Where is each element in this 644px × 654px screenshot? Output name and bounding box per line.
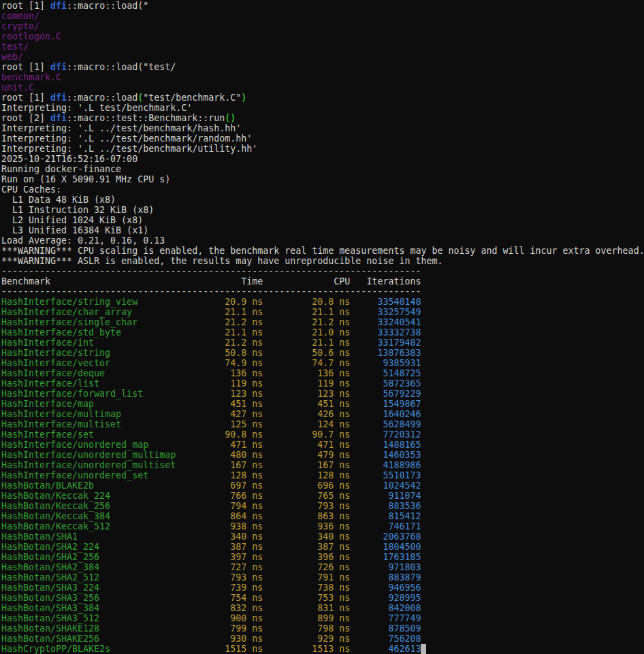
text-segment: "test/benchmark.C" <box>143 93 241 103</box>
text-segment: L2 Unified 1024 KiB (x8) <box>1 215 143 225</box>
cpu-cell: 387 ns <box>263 542 350 552</box>
cpu-cell: 738 ns <box>263 583 350 593</box>
cpu-cell: 128 ns <box>263 470 350 480</box>
benchmark-row: HashInterface/single_char 21.2 ns 21.2 n… <box>1 317 644 327</box>
text-segment: Interpreting: '.L ../test/benchmark/util… <box>1 144 257 154</box>
warning-line: ***WARNING*** CPU scaling is enabled, th… <box>1 246 644 256</box>
benchmark-row: HashInterface/vector 74.9 ns 74.7 ns 938… <box>1 358 644 368</box>
text-segment: dfi <box>50 93 67 103</box>
cpu-cell: 793 ns <box>263 501 350 511</box>
benchmark-name: HashBotan/SHAKE256 <box>1 634 187 644</box>
text-segment: root [1] <box>1 93 50 103</box>
time-cell: 754 ns <box>187 593 263 603</box>
benchmark-row: HashBotan/Keccak_384 864 ns 863 ns 81541… <box>1 511 644 521</box>
benchmark-row: HashBotan/SHA1 340 ns 340 ns 2063768 <box>1 532 644 542</box>
cpu-cell: 21.1 ns <box>263 338 350 348</box>
iterations-cell: 1549867 <box>350 399 421 409</box>
text-segment: test/ <box>1 42 29 52</box>
benchmark-name: HashInterface/unordered_map <box>1 440 187 450</box>
text-segment: Interpreting: '.L test/benchmark.C' <box>1 103 192 113</box>
benchmark-name: HashInterface/set <box>1 429 187 440</box>
text-segment: L3 Unified 16384 KiB (x1) <box>1 225 148 235</box>
iterations-cell: 33240541 <box>350 317 421 327</box>
iterations-cell: 1640246 <box>350 409 421 419</box>
iterations-cell: 746171 <box>350 521 421 532</box>
text-segment: root [2] <box>1 113 50 123</box>
cpu-cell: 21.0 ns <box>263 327 350 338</box>
iterations-cell: 7720312 <box>350 429 421 440</box>
benchmark-name: HashBotan/SHA1 <box>1 532 187 542</box>
output-line: Interpreting: '.L ../test/benchmark/hash… <box>1 123 644 133</box>
benchmark-name: HashBotan/Keccak_224 <box>1 491 187 501</box>
benchmark-row: HashBotan/SHA2_224 387 ns 387 ns 1804500 <box>1 542 644 552</box>
text-segment: web/ <box>1 52 23 62</box>
benchmark-name: HashBotan/SHA3_512 <box>1 613 187 623</box>
iterations-cell: 1763185 <box>350 552 421 562</box>
iterations-cell: 9385931 <box>350 358 421 368</box>
benchmark-row: HashInterface/forward_list 123 ns 123 ns… <box>1 389 644 399</box>
time-cell: 471 ns <box>187 440 263 450</box>
cpu-cell: 136 ns <box>263 368 350 378</box>
time-cell: 766 ns <box>187 491 263 501</box>
iterations-cell: 1804500 <box>350 542 421 552</box>
cpu-cell: 863 ns <box>263 511 350 521</box>
output-line: Interpreting: '.L ../test/benchmark/util… <box>1 144 644 154</box>
separator-line: ----------------------------------------… <box>1 287 644 297</box>
output-line: CPU Caches: <box>1 184 644 195</box>
iterations-cell: 5679229 <box>350 389 421 399</box>
benchmark-row: HashInterface/multiset 125 ns 124 ns 562… <box>1 419 644 429</box>
benchmark-row: HashBotan/SHA2_384 727 ns 726 ns 971803 <box>1 562 644 572</box>
cpu-cell: 753 ns <box>263 593 350 603</box>
separator-dashes: ----------------------------------------… <box>1 266 421 276</box>
time-cell: 21.2 ns <box>187 338 263 348</box>
cpu-cell: 929 ns <box>263 634 350 644</box>
text-segment: crypto/ <box>1 21 39 31</box>
benchmark-name: HashInterface/string <box>1 348 187 358</box>
benchmark-row: HashInterface/unordered_set 128 ns 128 n… <box>1 470 644 480</box>
time-cell: 167 ns <box>187 460 263 470</box>
iterations-cell: 33179482 <box>350 338 421 348</box>
cpu-cell: 1513 ns <box>263 644 350 654</box>
iterations-cell: 1460353 <box>350 450 421 460</box>
iterations-cell: 33257549 <box>350 307 421 317</box>
benchmark-row: HashBotan/SHA3_384 832 ns 831 ns 842008 <box>1 603 644 613</box>
time-cell: 739 ns <box>187 583 263 593</box>
benchmark-row: HashBotan/SHAKE128 799 ns 798 ns 878509 <box>1 623 644 634</box>
iterations-cell: 33548148 <box>350 297 421 307</box>
benchmark-row: HashCryptoPP/BLAKE2s 1515 ns 1513 ns 462… <box>1 644 644 654</box>
benchmark-row: HashBotan/SHA2_512 793 ns 791 ns 883879 <box>1 572 644 583</box>
text-segment: unit.C <box>1 82 34 93</box>
benchmark-row: HashBotan/BLAKE2b 697 ns 696 ns 1024542 <box>1 480 644 491</box>
text-segment: 2025-10-21T16:52:16-07:00 <box>1 154 138 164</box>
benchmark-row: HashInterface/deque 136 ns 136 ns 514872… <box>1 368 644 378</box>
iterations-cell: 5628499 <box>350 419 421 429</box>
benchmark-row: HashBotan/SHA3_224 739 ns 738 ns 946956 <box>1 583 644 593</box>
cpu-cell: 479 ns <box>263 450 350 460</box>
text-segment: Interpreting: '.L ../test/benchmark/rand… <box>1 133 252 144</box>
benchmark-name: HashInterface/unordered_multimap <box>1 450 187 460</box>
benchmark-row: HashBotan/Keccak_512 938 ns 936 ns 74617… <box>1 521 644 532</box>
terminal-screen[interactable]: root [1] dfi::macro::load("common/crypto… <box>0 0 644 654</box>
time-cell: 21.2 ns <box>187 317 263 327</box>
benchmark-row: HashInterface/unordered_map 471 ns 471 n… <box>1 440 644 450</box>
benchmark-name: HashBotan/Keccak_256 <box>1 501 187 511</box>
benchmark-row: HashInterface/list 119 ns 119 ns 5872365 <box>1 378 644 389</box>
text-segment: ( <box>138 93 143 103</box>
time-cell: 128 ns <box>187 470 263 480</box>
time-cell: 794 ns <box>187 501 263 511</box>
text-segment: rootlogon.C <box>1 31 61 42</box>
text-segment: ***WARNING*** ASLR is enabled, the resul… <box>1 256 442 266</box>
cpu-cell: 726 ns <box>263 562 350 572</box>
benchmark-name: HashInterface/forward_list <box>1 389 187 399</box>
time-cell: 793 ns <box>187 572 263 583</box>
iterations-cell: 928995 <box>350 593 421 603</box>
output-line: L1 Data 48 KiB (x8) <box>1 195 644 205</box>
time-cell: 799 ns <box>187 623 263 634</box>
text-segment: root [1] <box>1 62 50 72</box>
benchmark-row: HashInterface/char_array 21.1 ns 21.1 ns… <box>1 307 644 317</box>
text-segment: L1 Data 48 KiB (x8) <box>1 195 116 205</box>
text-segment: benchmark.C <box>1 72 61 82</box>
cpu-cell: 936 ns <box>263 521 350 532</box>
time-cell: 90.8 ns <box>187 429 263 440</box>
iterations-cell: 4188986 <box>350 460 421 470</box>
